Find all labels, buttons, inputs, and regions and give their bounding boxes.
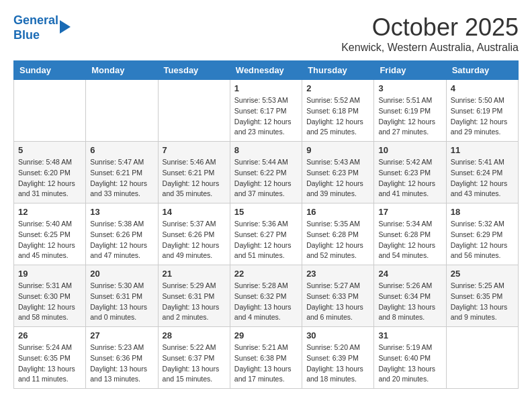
calendar-cell: 21Sunrise: 5:29 AM Sunset: 6:31 PM Dayli… (158, 265, 230, 327)
calendar-cell (446, 327, 518, 389)
day-number: 8 (234, 145, 298, 155)
day-info: Sunrise: 5:29 AM Sunset: 6:31 PM Dayligh… (163, 281, 226, 323)
day-info: Sunrise: 5:53 AM Sunset: 6:17 PM Dayligh… (234, 95, 298, 138)
calendar-cell: 8Sunrise: 5:44 AM Sunset: 6:22 PM Daylig… (230, 142, 302, 203)
calendar-cell (158, 80, 230, 142)
day-number: 22 (234, 269, 298, 279)
month-title: October 2025 (341, 13, 519, 42)
calendar-cell: 1Sunrise: 5:53 AM Sunset: 6:17 PM Daylig… (230, 80, 302, 142)
day-info: Sunrise: 5:28 AM Sunset: 6:32 PM Dayligh… (234, 281, 298, 323)
weekday-header-friday: Friday (374, 61, 446, 80)
day-info: Sunrise: 5:35 AM Sunset: 6:28 PM Dayligh… (306, 219, 369, 261)
day-info: Sunrise: 5:38 AM Sunset: 6:26 PM Dayligh… (90, 219, 153, 261)
day-number: 28 (163, 330, 226, 340)
day-info: Sunrise: 5:40 AM Sunset: 6:25 PM Dayligh… (18, 219, 81, 261)
calendar-cell: 14Sunrise: 5:37 AM Sunset: 6:26 PM Dayli… (158, 203, 230, 265)
calendar-row-2: 12Sunrise: 5:40 AM Sunset: 6:25 PM Dayli… (14, 203, 519, 265)
calendar-cell (14, 80, 86, 142)
day-info: Sunrise: 5:32 AM Sunset: 6:29 PM Dayligh… (451, 219, 514, 261)
day-info: Sunrise: 5:19 AM Sunset: 6:40 PM Dayligh… (378, 342, 441, 385)
calendar-table: SundayMondayTuesdayWednesdayThursdayFrid… (13, 60, 519, 389)
day-number: 26 (18, 330, 81, 340)
location-label: Kenwick, Western Australia, Australia (341, 42, 519, 54)
calendar-cell: 9Sunrise: 5:43 AM Sunset: 6:23 PM Daylig… (302, 142, 374, 203)
day-number: 3 (378, 83, 441, 93)
day-number: 9 (306, 145, 369, 155)
calendar-cell: 15Sunrise: 5:36 AM Sunset: 6:27 PM Dayli… (230, 203, 302, 265)
day-info: Sunrise: 5:44 AM Sunset: 6:22 PM Dayligh… (234, 157, 298, 199)
weekday-header-wednesday: Wednesday (230, 61, 302, 80)
day-info: Sunrise: 5:27 AM Sunset: 6:33 PM Dayligh… (306, 281, 369, 323)
day-info: Sunrise: 5:26 AM Sunset: 6:34 PM Dayligh… (378, 281, 441, 323)
day-number: 30 (306, 330, 369, 340)
day-number: 16 (306, 207, 369, 217)
day-info: Sunrise: 5:43 AM Sunset: 6:23 PM Dayligh… (306, 157, 369, 199)
calendar-cell: 27Sunrise: 5:23 AM Sunset: 6:36 PM Dayli… (86, 327, 158, 389)
day-number: 7 (163, 145, 226, 155)
day-number: 18 (451, 207, 514, 217)
day-number: 4 (451, 83, 514, 93)
calendar-cell: 5Sunrise: 5:48 AM Sunset: 6:20 PM Daylig… (14, 142, 86, 203)
day-number: 17 (378, 207, 441, 217)
calendar-cell: 17Sunrise: 5:34 AM Sunset: 6:28 PM Dayli… (374, 203, 446, 265)
day-number: 24 (378, 269, 441, 279)
day-number: 13 (90, 207, 153, 217)
logo-text: GeneralBlue (13, 13, 58, 42)
day-info: Sunrise: 5:23 AM Sunset: 6:36 PM Dayligh… (90, 342, 153, 385)
day-number: 19 (18, 269, 81, 279)
day-info: Sunrise: 5:37 AM Sunset: 6:26 PM Dayligh… (163, 219, 226, 261)
calendar-cell: 29Sunrise: 5:21 AM Sunset: 6:38 PM Dayli… (230, 327, 302, 389)
calendar-cell: 18Sunrise: 5:32 AM Sunset: 6:29 PM Dayli… (446, 203, 518, 265)
day-number: 15 (234, 207, 298, 217)
day-info: Sunrise: 5:51 AM Sunset: 6:19 PM Dayligh… (378, 95, 441, 138)
day-number: 1 (234, 83, 298, 93)
logo: GeneralBlue (13, 13, 71, 42)
day-number: 25 (451, 269, 514, 279)
calendar-cell: 24Sunrise: 5:26 AM Sunset: 6:34 PM Dayli… (374, 265, 446, 327)
day-info: Sunrise: 5:21 AM Sunset: 6:38 PM Dayligh… (234, 342, 298, 385)
calendar-cell: 26Sunrise: 5:24 AM Sunset: 6:35 PM Dayli… (14, 327, 86, 389)
weekday-header-monday: Monday (86, 61, 158, 80)
day-number: 10 (378, 145, 441, 155)
calendar-cell: 6Sunrise: 5:47 AM Sunset: 6:21 PM Daylig… (86, 142, 158, 203)
weekday-header-thursday: Thursday (302, 61, 374, 80)
calendar-cell: 11Sunrise: 5:41 AM Sunset: 6:24 PM Dayli… (446, 142, 518, 203)
day-number: 21 (163, 269, 226, 279)
day-info: Sunrise: 5:46 AM Sunset: 6:21 PM Dayligh… (163, 157, 226, 199)
page-header: GeneralBlue October 2025 Kenwick, Wester… (13, 13, 519, 54)
day-info: Sunrise: 5:47 AM Sunset: 6:21 PM Dayligh… (90, 157, 153, 199)
day-info: Sunrise: 5:31 AM Sunset: 6:30 PM Dayligh… (18, 281, 81, 323)
day-info: Sunrise: 5:24 AM Sunset: 6:35 PM Dayligh… (18, 342, 81, 385)
weekday-header-saturday: Saturday (446, 61, 518, 80)
calendar-cell: 12Sunrise: 5:40 AM Sunset: 6:25 PM Dayli… (14, 203, 86, 265)
day-number: 5 (18, 145, 81, 155)
day-number: 27 (90, 330, 153, 340)
day-number: 29 (234, 330, 298, 340)
day-info: Sunrise: 5:52 AM Sunset: 6:18 PM Dayligh… (306, 95, 369, 138)
calendar-row-3: 19Sunrise: 5:31 AM Sunset: 6:30 PM Dayli… (14, 265, 519, 327)
day-number: 31 (378, 330, 441, 340)
calendar-cell: 23Sunrise: 5:27 AM Sunset: 6:33 PM Dayli… (302, 265, 374, 327)
calendar-row-0: 1Sunrise: 5:53 AM Sunset: 6:17 PM Daylig… (14, 80, 519, 142)
calendar-row-1: 5Sunrise: 5:48 AM Sunset: 6:20 PM Daylig… (14, 142, 519, 203)
weekday-header-sunday: Sunday (14, 61, 86, 80)
day-info: Sunrise: 5:34 AM Sunset: 6:28 PM Dayligh… (378, 219, 441, 261)
day-info: Sunrise: 5:25 AM Sunset: 6:35 PM Dayligh… (451, 281, 514, 323)
day-info: Sunrise: 5:36 AM Sunset: 6:27 PM Dayligh… (234, 219, 298, 261)
day-info: Sunrise: 5:50 AM Sunset: 6:19 PM Dayligh… (451, 95, 514, 138)
calendar-cell: 3Sunrise: 5:51 AM Sunset: 6:19 PM Daylig… (374, 80, 446, 142)
day-info: Sunrise: 5:30 AM Sunset: 6:31 PM Dayligh… (90, 281, 153, 323)
day-info: Sunrise: 5:41 AM Sunset: 6:24 PM Dayligh… (451, 157, 514, 199)
day-number: 12 (18, 207, 81, 217)
day-info: Sunrise: 5:22 AM Sunset: 6:37 PM Dayligh… (163, 342, 226, 385)
calendar-cell (86, 80, 158, 142)
calendar-cell: 16Sunrise: 5:35 AM Sunset: 6:28 PM Dayli… (302, 203, 374, 265)
calendar-cell: 4Sunrise: 5:50 AM Sunset: 6:19 PM Daylig… (446, 80, 518, 142)
calendar-cell: 25Sunrise: 5:25 AM Sunset: 6:35 PM Dayli… (446, 265, 518, 327)
calendar-cell: 19Sunrise: 5:31 AM Sunset: 6:30 PM Dayli… (14, 265, 86, 327)
day-info: Sunrise: 5:42 AM Sunset: 6:23 PM Dayligh… (378, 157, 441, 199)
calendar-cell: 13Sunrise: 5:38 AM Sunset: 6:26 PM Dayli… (86, 203, 158, 265)
calendar-row-4: 26Sunrise: 5:24 AM Sunset: 6:35 PM Dayli… (14, 327, 519, 389)
calendar-header-row: SundayMondayTuesdayWednesdayThursdayFrid… (14, 61, 519, 80)
calendar-cell: 30Sunrise: 5:20 AM Sunset: 6:39 PM Dayli… (302, 327, 374, 389)
